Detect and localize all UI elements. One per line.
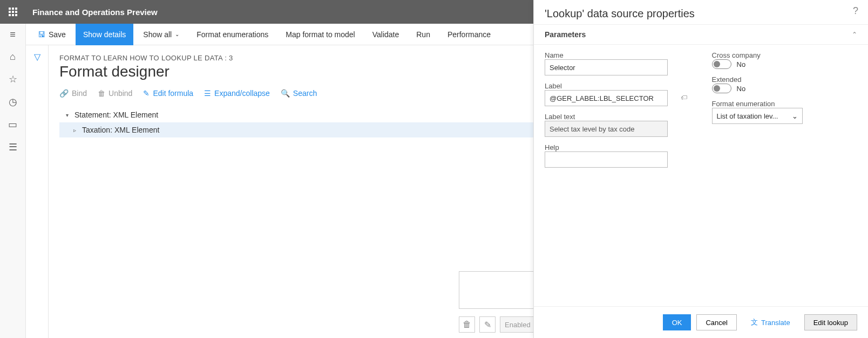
parameters-section-header[interactable]: Parameters ⌃	[534, 24, 868, 45]
bind-button[interactable]: 🔗Bind	[59, 89, 87, 98]
map-format-button[interactable]: Map format to model	[278, 24, 362, 45]
caret-down-icon: ▾	[64, 112, 70, 118]
help-icon[interactable]: ?	[853, 5, 858, 17]
trash-icon: 🗑	[98, 89, 105, 98]
edit-button[interactable]: ✎	[479, 316, 496, 333]
workspace-icon[interactable]: ▭	[8, 119, 17, 130]
filter-icon[interactable]: ▽	[34, 52, 40, 338]
ok-button[interactable]: OK	[663, 314, 691, 330]
expand-collapse-button[interactable]: ☰Expand/collapse	[204, 89, 270, 98]
parameters-form: Name Label 🏷 Label text Help Cross	[534, 45, 868, 174]
save-icon: 🖫	[38, 30, 45, 39]
chevron-down-icon: ⌄	[175, 31, 179, 37]
format-enum-select[interactable]: List of taxation lev... ⌄	[712, 108, 803, 124]
filter-rail: ▽	[26, 45, 49, 338]
left-nav-rail: ≡ ⌂ ☆ ◷ ▭ ☰	[0, 24, 26, 338]
star-icon[interactable]: ☆	[9, 73, 17, 85]
labeltext-label: Label text	[545, 113, 690, 121]
list-icon: ☰	[204, 89, 211, 98]
extended-value: No	[737, 85, 746, 93]
name-label: Name	[545, 51, 690, 59]
app-launcher-icon[interactable]	[0, 0, 26, 24]
format-enumerations-button[interactable]: Format enumerations	[189, 24, 276, 45]
validate-button[interactable]: Validate	[365, 24, 407, 45]
panel-footer: OK Cancel 文Translate Edit lookup	[534, 306, 868, 338]
help-input[interactable]	[545, 151, 668, 168]
home-icon[interactable]: ⌂	[10, 51, 16, 63]
label-label: Label	[545, 82, 690, 90]
cross-company-label: Cross company	[712, 51, 858, 59]
caret-right-icon: ▹	[71, 127, 78, 133]
chevron-up-icon: ⌃	[852, 31, 857, 38]
panel-title: 'Lookup' data source properties	[545, 8, 695, 20]
search-button[interactable]: 🔍Search	[281, 89, 317, 98]
delete-button[interactable]: 🗑	[459, 316, 475, 333]
app-title: Finance and Operations Preview	[26, 8, 158, 17]
translate-icon: 文	[751, 318, 758, 327]
show-details-button[interactable]: Show details	[76, 24, 133, 45]
chevron-down-icon: ⌄	[792, 112, 798, 120]
help-label: Help	[545, 143, 690, 151]
edit-formula-button[interactable]: ✎Edit formula	[143, 89, 193, 98]
cross-company-value: No	[737, 60, 746, 68]
search-icon: 🔍	[281, 89, 290, 98]
list-icon[interactable]: ☰	[9, 141, 17, 153]
pencil-icon: ✎	[143, 89, 150, 98]
translate-button[interactable]: 文Translate	[742, 314, 799, 330]
extended-label: Extended	[712, 75, 858, 84]
panel-header: 'Lookup' data source properties	[534, 0, 868, 24]
unbind-button[interactable]: 🗑Unbind	[98, 89, 132, 98]
label-input[interactable]	[545, 90, 668, 106]
format-enum-label: Format enumeration	[712, 100, 858, 108]
edit-lookup-button[interactable]: Edit lookup	[804, 314, 857, 330]
labeltext-input	[545, 121, 668, 137]
name-input[interactable]	[545, 59, 668, 75]
cancel-button[interactable]: Cancel	[696, 314, 736, 330]
tag-icon[interactable]: 🏷	[681, 94, 687, 101]
hamburger-icon[interactable]: ≡	[10, 29, 16, 40]
save-button[interactable]: 🖫 Save	[30, 24, 73, 45]
cross-company-toggle[interactable]	[712, 59, 731, 69]
recent-icon[interactable]: ◷	[9, 96, 17, 108]
run-button[interactable]: Run	[409, 24, 438, 45]
link-icon: 🔗	[59, 89, 69, 98]
extended-toggle[interactable]	[712, 84, 731, 93]
show-all-button[interactable]: Show all ⌄	[135, 24, 187, 45]
properties-panel: ? 'Lookup' data source properties Parame…	[533, 0, 868, 338]
performance-button[interactable]: Performance	[440, 24, 498, 45]
